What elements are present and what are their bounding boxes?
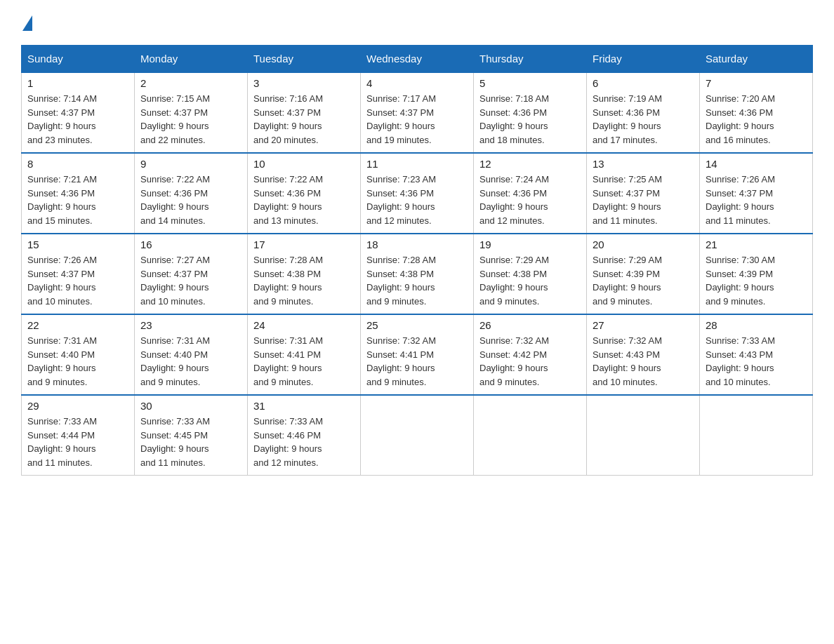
day-number: 2 <box>140 77 241 89</box>
day-detail: Sunrise: 7:29 AM Sunset: 4:38 PM Dayligh… <box>479 253 581 308</box>
day-detail: Sunrise: 7:32 AM Sunset: 4:42 PM Dayligh… <box>479 334 581 389</box>
calendar-day-cell: 20 Sunrise: 7:29 AM Sunset: 4:39 PM Dayl… <box>587 234 700 314</box>
weekday-header-row: SundayMondayTuesdayWednesdayThursdayFrid… <box>22 46 813 73</box>
calendar-week-row: 29 Sunrise: 7:33 AM Sunset: 4:44 PM Dayl… <box>22 395 813 476</box>
calendar-day-cell: 24 Sunrise: 7:31 AM Sunset: 4:41 PM Dayl… <box>248 314 361 395</box>
day-detail: Sunrise: 7:23 AM Sunset: 4:36 PM Dayligh… <box>366 173 468 227</box>
day-number: 18 <box>366 239 468 250</box>
day-detail: Sunrise: 7:33 AM Sunset: 4:46 PM Dayligh… <box>253 415 355 469</box>
weekday-header-saturday: Saturday <box>700 46 813 73</box>
day-number: 27 <box>593 319 694 331</box>
calendar-week-row: 22 Sunrise: 7:31 AM Sunset: 4:40 PM Dayl… <box>22 314 813 395</box>
weekday-header-sunday: Sunday <box>22 46 135 73</box>
calendar-day-cell: 3 Sunrise: 7:16 AM Sunset: 4:37 PM Dayli… <box>248 72 361 153</box>
day-detail: Sunrise: 7:29 AM Sunset: 4:39 PM Dayligh… <box>593 253 694 308</box>
calendar-day-cell: 25 Sunrise: 7:32 AM Sunset: 4:41 PM Dayl… <box>361 314 474 395</box>
day-number: 5 <box>479 77 581 89</box>
calendar-day-cell: 28 Sunrise: 7:33 AM Sunset: 4:43 PM Dayl… <box>700 314 813 395</box>
calendar-day-cell <box>587 395 700 476</box>
calendar-day-cell: 6 Sunrise: 7:19 AM Sunset: 4:36 PM Dayli… <box>587 72 700 153</box>
calendar-day-cell: 16 Sunrise: 7:27 AM Sunset: 4:37 PM Dayl… <box>135 234 248 314</box>
day-number: 13 <box>593 158 694 170</box>
calendar-day-cell: 13 Sunrise: 7:25 AM Sunset: 4:37 PM Dayl… <box>587 153 700 234</box>
day-number: 3 <box>253 77 355 89</box>
weekday-header-wednesday: Wednesday <box>361 46 474 73</box>
calendar-day-cell: 27 Sunrise: 7:32 AM Sunset: 4:43 PM Dayl… <box>587 314 700 395</box>
day-detail: Sunrise: 7:31 AM Sunset: 4:40 PM Dayligh… <box>27 334 128 389</box>
day-detail: Sunrise: 7:28 AM Sunset: 4:38 PM Dayligh… <box>253 253 355 308</box>
calendar-header: SundayMondayTuesdayWednesdayThursdayFrid… <box>22 46 813 73</box>
day-detail: Sunrise: 7:24 AM Sunset: 4:36 PM Dayligh… <box>479 173 581 227</box>
calendar-day-cell: 5 Sunrise: 7:18 AM Sunset: 4:36 PM Dayli… <box>474 72 587 153</box>
calendar-day-cell: 18 Sunrise: 7:28 AM Sunset: 4:38 PM Dayl… <box>361 234 474 314</box>
day-number: 28 <box>706 319 807 331</box>
day-number: 17 <box>253 239 355 250</box>
calendar-day-cell <box>361 395 474 476</box>
day-detail: Sunrise: 7:32 AM Sunset: 4:43 PM Dayligh… <box>593 334 694 389</box>
day-detail: Sunrise: 7:21 AM Sunset: 4:36 PM Dayligh… <box>27 173 128 227</box>
calendar-table: SundayMondayTuesdayWednesdayThursdayFrid… <box>21 45 813 476</box>
day-number: 16 <box>140 239 241 250</box>
calendar-day-cell: 19 Sunrise: 7:29 AM Sunset: 4:38 PM Dayl… <box>474 234 587 314</box>
calendar-day-cell: 1 Sunrise: 7:14 AM Sunset: 4:37 PM Dayli… <box>22 72 135 153</box>
day-number: 1 <box>27 77 128 89</box>
calendar-day-cell: 2 Sunrise: 7:15 AM Sunset: 4:37 PM Dayli… <box>135 72 248 153</box>
day-number: 20 <box>593 239 694 250</box>
day-number: 8 <box>27 158 128 170</box>
day-detail: Sunrise: 7:15 AM Sunset: 4:37 PM Dayligh… <box>140 92 241 147</box>
day-number: 25 <box>366 319 468 331</box>
day-detail: Sunrise: 7:33 AM Sunset: 4:44 PM Dayligh… <box>27 415 128 469</box>
calendar-day-cell: 9 Sunrise: 7:22 AM Sunset: 4:36 PM Dayli… <box>135 153 248 234</box>
day-number: 7 <box>706 77 807 89</box>
calendar-day-cell: 23 Sunrise: 7:31 AM Sunset: 4:40 PM Dayl… <box>135 314 248 395</box>
weekday-header-thursday: Thursday <box>474 46 587 73</box>
page-header <box>21 14 813 31</box>
day-number: 14 <box>706 158 807 170</box>
weekday-header-friday: Friday <box>587 46 700 73</box>
calendar-day-cell: 30 Sunrise: 7:33 AM Sunset: 4:45 PM Dayl… <box>135 395 248 476</box>
day-number: 11 <box>366 158 468 170</box>
logo-triangle-icon <box>22 15 32 31</box>
weekday-header-monday: Monday <box>135 46 248 73</box>
calendar-day-cell: 7 Sunrise: 7:20 AM Sunset: 4:36 PM Dayli… <box>700 72 813 153</box>
calendar-day-cell: 4 Sunrise: 7:17 AM Sunset: 4:37 PM Dayli… <box>361 72 474 153</box>
calendar-day-cell: 10 Sunrise: 7:22 AM Sunset: 4:36 PM Dayl… <box>248 153 361 234</box>
day-number: 19 <box>479 239 581 250</box>
day-detail: Sunrise: 7:27 AM Sunset: 4:37 PM Dayligh… <box>140 253 241 308</box>
day-detail: Sunrise: 7:18 AM Sunset: 4:36 PM Dayligh… <box>479 92 581 147</box>
day-number: 31 <box>253 400 355 412</box>
calendar-day-cell: 8 Sunrise: 7:21 AM Sunset: 4:36 PM Dayli… <box>22 153 135 234</box>
day-detail: Sunrise: 7:25 AM Sunset: 4:37 PM Dayligh… <box>593 173 694 227</box>
day-detail: Sunrise: 7:20 AM Sunset: 4:36 PM Dayligh… <box>706 92 807 147</box>
day-detail: Sunrise: 7:32 AM Sunset: 4:41 PM Dayligh… <box>366 334 468 389</box>
day-number: 12 <box>479 158 581 170</box>
day-detail: Sunrise: 7:26 AM Sunset: 4:37 PM Dayligh… <box>706 173 807 227</box>
day-detail: Sunrise: 7:30 AM Sunset: 4:39 PM Dayligh… <box>706 253 807 308</box>
day-detail: Sunrise: 7:31 AM Sunset: 4:41 PM Dayligh… <box>253 334 355 389</box>
calendar-day-cell: 15 Sunrise: 7:26 AM Sunset: 4:37 PM Dayl… <box>22 234 135 314</box>
calendar-day-cell: 26 Sunrise: 7:32 AM Sunset: 4:42 PM Dayl… <box>474 314 587 395</box>
day-number: 24 <box>253 319 355 331</box>
day-detail: Sunrise: 7:22 AM Sunset: 4:36 PM Dayligh… <box>140 173 241 227</box>
day-number: 29 <box>27 400 128 412</box>
logo <box>21 14 32 31</box>
calendar-week-row: 8 Sunrise: 7:21 AM Sunset: 4:36 PM Dayli… <box>22 153 813 234</box>
day-number: 4 <box>366 77 468 89</box>
calendar-week-row: 15 Sunrise: 7:26 AM Sunset: 4:37 PM Dayl… <box>22 234 813 314</box>
day-number: 21 <box>706 239 807 250</box>
day-detail: Sunrise: 7:14 AM Sunset: 4:37 PM Dayligh… <box>27 92 128 147</box>
calendar-day-cell <box>700 395 813 476</box>
calendar-day-cell: 17 Sunrise: 7:28 AM Sunset: 4:38 PM Dayl… <box>248 234 361 314</box>
day-number: 6 <box>593 77 694 89</box>
day-number: 30 <box>140 400 241 412</box>
day-detail: Sunrise: 7:31 AM Sunset: 4:40 PM Dayligh… <box>140 334 241 389</box>
day-number: 26 <box>479 319 581 331</box>
calendar-day-cell: 29 Sunrise: 7:33 AM Sunset: 4:44 PM Dayl… <box>22 395 135 476</box>
calendar-day-cell: 14 Sunrise: 7:26 AM Sunset: 4:37 PM Dayl… <box>700 153 813 234</box>
calendar-day-cell: 22 Sunrise: 7:31 AM Sunset: 4:40 PM Dayl… <box>22 314 135 395</box>
day-detail: Sunrise: 7:33 AM Sunset: 4:45 PM Dayligh… <box>140 415 241 469</box>
calendar-day-cell: 21 Sunrise: 7:30 AM Sunset: 4:39 PM Dayl… <box>700 234 813 314</box>
day-detail: Sunrise: 7:19 AM Sunset: 4:36 PM Dayligh… <box>593 92 694 147</box>
weekday-header-tuesday: Tuesday <box>248 46 361 73</box>
day-number: 10 <box>253 158 355 170</box>
